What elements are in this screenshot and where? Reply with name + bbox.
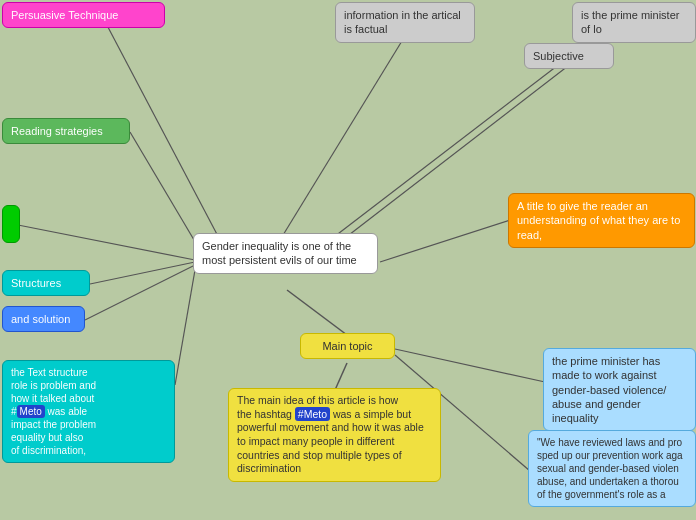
persuasion-label: Persuasive Technique <box>11 9 118 21</box>
reviewed-laws-node: "We have reviewed laws and pro sped up o… <box>528 430 696 507</box>
main-idea-node: The main idea of this article is howthe … <box>228 388 441 482</box>
svg-line-13 <box>18 225 195 260</box>
reviewed-laws-label: "We have reviewed laws and pro sped up o… <box>537 437 683 500</box>
svg-line-11 <box>395 349 545 382</box>
subjective-node: Subjective <box>524 43 614 69</box>
and-solution-label: and solution <box>11 313 70 325</box>
factual-label: information in the artical is factual <box>344 9 461 35</box>
title-give-label: A title to give the reader an understand… <box>517 200 680 241</box>
main-topic-label: Main topic <box>322 340 372 352</box>
svg-line-8 <box>380 220 510 262</box>
bright-green-left-node <box>2 205 20 243</box>
prime-minister-top-node: is the prime minister of lo <box>572 2 696 43</box>
text-structure-label: the Text structurerole is problem andhow… <box>11 366 166 457</box>
prime-minister-bottom-node: the prime minister has made to work agai… <box>543 348 696 431</box>
prime-minister-bottom-label: the prime minister has made to work agai… <box>552 355 666 424</box>
structures-label: Structures <box>11 277 61 289</box>
svg-line-4 <box>175 270 195 385</box>
central-node: Gender inequality is one of the most per… <box>193 233 378 274</box>
svg-line-2 <box>90 262 195 284</box>
title-give-node: A title to give the reader an understand… <box>508 193 695 248</box>
and-solution-node: and solution <box>2 306 85 332</box>
svg-line-10 <box>335 363 347 390</box>
svg-line-5 <box>280 36 405 240</box>
subjective-label: Subjective <box>533 50 584 62</box>
svg-line-9 <box>287 290 347 335</box>
reading-strategies-label: Reading strategies <box>11 125 103 137</box>
structures-node: Structures <box>2 270 90 296</box>
svg-line-1 <box>130 132 200 250</box>
factual-node: information in the artical is factual <box>335 2 475 43</box>
main-topic-node: Main topic <box>300 333 395 359</box>
central-label: Gender inequality is one of the most per… <box>202 240 357 266</box>
reading-strategies-node: Reading strategies <box>2 118 130 144</box>
main-idea-label: The main idea of this article is howthe … <box>237 394 432 476</box>
svg-line-3 <box>85 265 195 320</box>
text-structure-node: the Text structurerole is problem andhow… <box>2 360 175 463</box>
prime-minister-top-label: is the prime minister of lo <box>581 9 679 35</box>
persuasion-node: Persuasive Technique <box>2 2 165 28</box>
